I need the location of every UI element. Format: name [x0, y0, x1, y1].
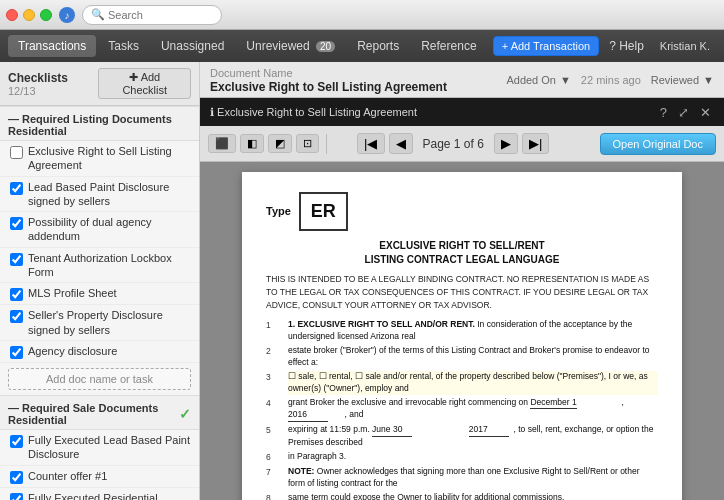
minimize-button[interactable] — [23, 9, 35, 21]
item-checkbox[interactable] — [10, 182, 23, 195]
doc-meta: Added On ▼ 22 mins ago Reviewed ▼ — [506, 74, 714, 86]
doc-line: 1 1. EXCLUSIVE RIGHT TO SELL AND/OR RENT… — [266, 319, 658, 343]
search-input[interactable] — [108, 9, 213, 21]
traffic-lights — [6, 9, 52, 21]
doc-content: Type ER EXCLUSIVE RIGHT TO SELL/RENT LIS… — [200, 162, 724, 500]
add-doc-button-1[interactable]: Add doc name or task — [8, 368, 191, 390]
last-page-button[interactable]: ▶| — [522, 133, 549, 154]
item-checkbox[interactable] — [10, 435, 23, 448]
sidebar-section-1-title: — Required Listing Documents Residential — [0, 106, 199, 141]
toolbar-btn-1[interactable]: ⬛ — [208, 134, 236, 153]
item-checkbox[interactable] — [10, 493, 23, 500]
unreviewed-badge: 20 — [316, 41, 335, 52]
nav-transactions[interactable]: Transactions — [8, 35, 96, 57]
doc-header: Document Name Exclusive Right to Sell Li… — [200, 62, 724, 98]
viewer-header: ℹ Exclusive Right to Sell Listing Agreem… — [200, 98, 724, 126]
sidebar-header: Checklists 12/13 ✚ Add Checklist — [0, 62, 199, 106]
added-on-label: Added On — [506, 74, 556, 86]
content-area: Document Name Exclusive Right to Sell Li… — [200, 62, 724, 500]
prev-page-button[interactable]: ◀ — [389, 133, 413, 154]
item-checkbox[interactable] — [10, 310, 23, 323]
list-item: Counter offer #1 — [0, 466, 199, 488]
list-item: Possibility of dual agency addendum — [0, 212, 199, 248]
nav-reference[interactable]: Reference — [411, 35, 486, 57]
doc-line: 5 expiring at 11:59 p.m. June 30 2017 , … — [266, 424, 658, 449]
time-ago: 22 mins ago — [581, 74, 641, 86]
list-item: Lead Based Paint Disclosure signed by se… — [0, 177, 199, 213]
doc-page: Type ER EXCLUSIVE RIGHT TO SELL/RENT LIS… — [242, 172, 682, 500]
search-icon: 🔍 — [91, 8, 105, 21]
svg-text:♪: ♪ — [65, 10, 70, 21]
list-item: Seller's Property Disclosure signed by s… — [0, 305, 199, 341]
list-item: MLS Profile Sheet — [0, 283, 199, 305]
item-checkbox[interactable] — [10, 217, 23, 230]
help-button[interactable]: ? Help — [603, 35, 650, 57]
nav-tasks[interactable]: Tasks — [98, 35, 149, 57]
close-button[interactable] — [6, 9, 18, 21]
doc-type-label: Type ER — [266, 192, 658, 231]
item-label: Tenant Authorization Lockbox Form — [28, 251, 191, 280]
user-menu[interactable]: Kristian K. — [654, 36, 716, 56]
toolbar-btn-4[interactable]: ⊡ — [296, 134, 319, 153]
doc-line: 6 in Paragraph 3. — [266, 451, 658, 464]
item-checkbox[interactable] — [10, 471, 23, 484]
toolbar-btn-3[interactable]: ◩ — [268, 134, 292, 153]
item-checkbox[interactable] — [10, 146, 23, 159]
item-label: Seller's Property Disclosure signed by s… — [28, 308, 191, 337]
nav-bar: Transactions Tasks Unassigned Unreviewed… — [0, 30, 724, 62]
item-label: Exclusive Right to Sell Listing Agreemen… — [28, 144, 191, 173]
sidebar: Checklists 12/13 ✚ Add Checklist — Requi… — [0, 62, 200, 500]
question-icon[interactable]: ? — [657, 105, 670, 120]
sidebar-section-2-title: — Required Sale Documents Residential ✓ — [0, 395, 199, 430]
doc-type-box: ER — [299, 192, 348, 231]
item-checkbox[interactable] — [10, 253, 23, 266]
doc-line: 2 estate broker ("Broker") of the terms … — [266, 345, 658, 369]
doc-line: 4 grant Broker the exclusive and irrevoc… — [266, 397, 658, 423]
reviewed: Reviewed ▼ — [651, 74, 714, 86]
list-item: Exclusive Right to Sell Listing Agreemen… — [0, 141, 199, 177]
doc-line: 7 NOTE: Owner acknowledges that signing … — [266, 466, 658, 490]
list-item: Agency disclosure — [0, 341, 199, 363]
nav-right: + Add Transaction ? Help Kristian K. — [493, 35, 716, 57]
first-page-button[interactable]: |◀ — [357, 133, 384, 154]
list-item: Fully Executed Residential Purchase Cont… — [0, 488, 199, 500]
item-label: Fully Executed Residential Purchase Cont… — [28, 491, 191, 500]
doc-line: 8 same term could expose the Owner to li… — [266, 492, 658, 500]
item-checkbox[interactable] — [10, 288, 23, 301]
search-bar[interactable]: 🔍 — [82, 5, 222, 25]
doc-center-title: EXCLUSIVE RIGHT TO SELL/RENT LISTING CON… — [266, 239, 658, 267]
doc-warning: THIS IS INTENDED TO BE A LEGALLY BINDING… — [266, 273, 658, 311]
item-checkbox[interactable] — [10, 346, 23, 359]
title-bar: ♪ 🔍 — [0, 0, 724, 30]
page-navigation: |◀ ◀ Page 1 of 6 ▶ ▶| — [357, 133, 549, 154]
added-on: Added On ▼ — [506, 74, 570, 86]
item-label: Fully Executed Lead Based Paint Disclosu… — [28, 433, 191, 462]
added-on-dropdown[interactable]: ▼ — [560, 74, 571, 86]
main-layout: Checklists 12/13 ✚ Add Checklist — Requi… — [0, 62, 724, 500]
open-original-doc-button[interactable]: Open Original Doc — [600, 133, 717, 155]
item-label: Agency disclosure — [28, 344, 117, 358]
popout-icon[interactable]: ⤢ — [675, 105, 692, 120]
item-label: Counter offer #1 — [28, 469, 107, 483]
item-label: MLS Profile Sheet — [28, 286, 117, 300]
list-item: Tenant Authorization Lockbox Form — [0, 248, 199, 284]
nav-unassigned[interactable]: Unassigned — [151, 35, 234, 57]
doc-line: 3 ☐ sale, ☐ rental, ☐ sale and/or rental… — [266, 371, 658, 395]
nav-reports[interactable]: Reports — [347, 35, 409, 57]
maximize-button[interactable] — [40, 9, 52, 21]
toolbar-separator — [326, 134, 327, 154]
reviewed-label: Reviewed — [651, 74, 699, 86]
add-transaction-button[interactable]: + Add Transaction — [493, 36, 599, 56]
page-info: Page 1 of 6 — [417, 137, 490, 151]
app-icon: ♪ — [58, 6, 76, 24]
toolbar-btn-2[interactable]: ◧ — [240, 134, 264, 153]
viewer-toolbar: ⬛ ◧ ◩ ⊡ |◀ ◀ Page 1 of 6 ▶ ▶| Open Origi… — [200, 126, 724, 162]
add-checklist-button[interactable]: ✚ Add Checklist — [98, 68, 191, 99]
viewer-controls: ? ⤢ ✕ — [657, 105, 714, 120]
reviewed-dropdown[interactable]: ▼ — [703, 74, 714, 86]
item-label: Possibility of dual agency addendum — [28, 215, 191, 244]
next-page-button[interactable]: ▶ — [494, 133, 518, 154]
close-icon[interactable]: ✕ — [697, 105, 714, 120]
viewer-title: ℹ Exclusive Right to Sell Listing Agreem… — [210, 106, 417, 119]
nav-unreviewed[interactable]: Unreviewed 20 — [236, 35, 345, 57]
